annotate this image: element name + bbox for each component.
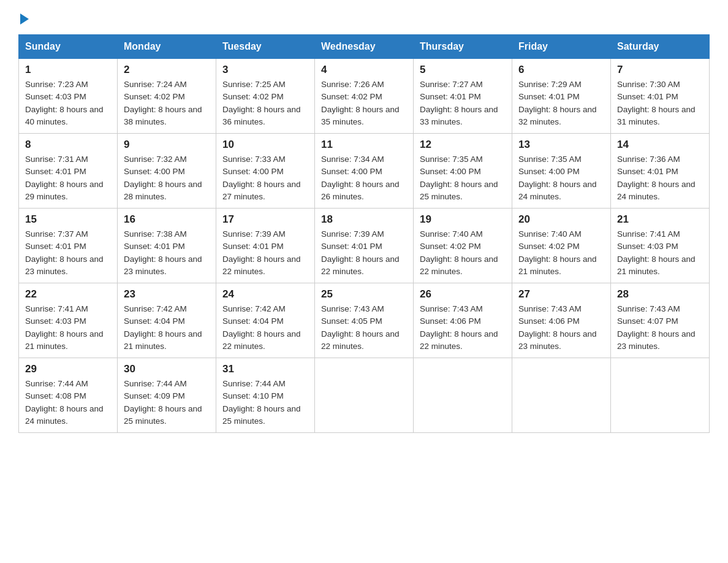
calendar-cell: 2Sunrise: 7:24 AMSunset: 4:02 PMDaylight… xyxy=(118,59,216,134)
day-header-wednesday: Wednesday xyxy=(315,35,414,59)
day-number: 21 xyxy=(617,213,703,226)
calendar-cell: 17Sunrise: 7:39 AMSunset: 4:01 PMDayligh… xyxy=(216,209,315,283)
day-number: 23 xyxy=(124,288,210,301)
day-number: 31 xyxy=(222,363,308,375)
day-number: 9 xyxy=(124,139,210,151)
calendar-cell: 7Sunrise: 7:30 AMSunset: 4:01 PMDaylight… xyxy=(611,59,710,134)
day-number: 2 xyxy=(124,64,210,76)
day-detail: Sunrise: 7:40 AMSunset: 4:02 PMDaylight:… xyxy=(518,229,597,276)
day-number: 6 xyxy=(518,64,604,76)
svg-marker-0 xyxy=(20,13,29,25)
day-number: 14 xyxy=(617,139,703,151)
calendar-cell: 12Sunrise: 7:35 AMSunset: 4:00 PMDayligh… xyxy=(414,134,512,209)
day-number: 20 xyxy=(518,213,604,226)
day-detail: Sunrise: 7:27 AMSunset: 4:01 PMDaylight:… xyxy=(420,80,498,126)
day-detail: Sunrise: 7:25 AMSunset: 4:02 PMDaylight:… xyxy=(222,80,301,126)
calendar-cell xyxy=(512,358,611,433)
calendar-cell: 14Sunrise: 7:36 AMSunset: 4:01 PMDayligh… xyxy=(611,134,710,209)
day-detail: Sunrise: 7:31 AMSunset: 4:01 PMDaylight:… xyxy=(25,155,104,201)
day-number: 15 xyxy=(25,213,111,226)
logo xyxy=(18,12,31,28)
calendar-cell: 16Sunrise: 7:38 AMSunset: 4:01 PMDayligh… xyxy=(118,209,216,283)
day-number: 7 xyxy=(617,64,703,76)
day-header-monday: Monday xyxy=(118,35,216,59)
calendar-cell: 5Sunrise: 7:27 AMSunset: 4:01 PMDaylight… xyxy=(414,59,512,134)
day-detail: Sunrise: 7:40 AMSunset: 4:02 PMDaylight:… xyxy=(420,229,498,276)
day-number: 29 xyxy=(25,363,111,375)
day-detail: Sunrise: 7:42 AMSunset: 4:04 PMDaylight:… xyxy=(124,304,202,351)
day-number: 8 xyxy=(25,139,111,151)
day-detail: Sunrise: 7:42 AMSunset: 4:04 PMDaylight:… xyxy=(222,304,301,351)
day-number: 22 xyxy=(25,288,111,301)
calendar-cell: 24Sunrise: 7:42 AMSunset: 4:04 PMDayligh… xyxy=(216,283,315,358)
day-number: 26 xyxy=(420,288,506,301)
day-detail: Sunrise: 7:41 AMSunset: 4:03 PMDaylight:… xyxy=(25,304,104,351)
day-number: 12 xyxy=(420,139,506,151)
calendar-cell: 1Sunrise: 7:23 AMSunset: 4:03 PMDaylight… xyxy=(19,59,118,134)
day-detail: Sunrise: 7:35 AMSunset: 4:00 PMDaylight:… xyxy=(420,155,498,201)
calendar-cell: 8Sunrise: 7:31 AMSunset: 4:01 PMDaylight… xyxy=(19,134,118,209)
day-number: 27 xyxy=(518,288,604,301)
day-detail: Sunrise: 7:41 AMSunset: 4:03 PMDaylight:… xyxy=(617,229,696,276)
day-header-tuesday: Tuesday xyxy=(216,35,315,59)
logo-arrow-icon xyxy=(20,12,31,28)
day-detail: Sunrise: 7:26 AMSunset: 4:02 PMDaylight:… xyxy=(321,80,400,126)
calendar-cell: 6Sunrise: 7:29 AMSunset: 4:01 PMDaylight… xyxy=(512,59,611,134)
day-header-saturday: Saturday xyxy=(611,35,710,59)
day-number: 25 xyxy=(321,288,407,301)
calendar-cell: 9Sunrise: 7:32 AMSunset: 4:00 PMDaylight… xyxy=(118,134,216,209)
day-number: 5 xyxy=(420,64,506,76)
calendar-week-2: 8Sunrise: 7:31 AMSunset: 4:01 PMDaylight… xyxy=(19,134,710,209)
calendar-week-5: 29Sunrise: 7:44 AMSunset: 4:08 PMDayligh… xyxy=(19,358,710,433)
day-detail: Sunrise: 7:43 AMSunset: 4:05 PMDaylight:… xyxy=(321,304,400,351)
day-detail: Sunrise: 7:37 AMSunset: 4:01 PMDaylight:… xyxy=(25,229,104,276)
day-number: 30 xyxy=(124,363,210,375)
page-header xyxy=(18,12,710,28)
day-detail: Sunrise: 7:36 AMSunset: 4:01 PMDaylight:… xyxy=(617,155,696,201)
calendar-cell xyxy=(611,358,710,433)
day-number: 17 xyxy=(222,213,308,226)
header-row: SundayMondayTuesdayWednesdayThursdayFrid… xyxy=(19,35,710,59)
calendar-cell xyxy=(315,358,414,433)
day-number: 1 xyxy=(25,64,111,76)
day-detail: Sunrise: 7:44 AMSunset: 4:10 PMDaylight:… xyxy=(222,379,301,426)
calendar-cell: 27Sunrise: 7:43 AMSunset: 4:06 PMDayligh… xyxy=(512,283,611,358)
day-header-sunday: Sunday xyxy=(19,35,118,59)
day-number: 28 xyxy=(617,288,703,301)
calendar-table: SundayMondayTuesdayWednesdayThursdayFrid… xyxy=(18,34,710,433)
day-detail: Sunrise: 7:39 AMSunset: 4:01 PMDaylight:… xyxy=(222,229,301,276)
calendar-cell: 13Sunrise: 7:35 AMSunset: 4:00 PMDayligh… xyxy=(512,134,611,209)
calendar-cell: 19Sunrise: 7:40 AMSunset: 4:02 PMDayligh… xyxy=(414,209,512,283)
calendar-cell: 4Sunrise: 7:26 AMSunset: 4:02 PMDaylight… xyxy=(315,59,414,134)
day-detail: Sunrise: 7:43 AMSunset: 4:06 PMDaylight:… xyxy=(420,304,498,351)
day-detail: Sunrise: 7:39 AMSunset: 4:01 PMDaylight:… xyxy=(321,229,400,276)
day-detail: Sunrise: 7:33 AMSunset: 4:00 PMDaylight:… xyxy=(222,155,301,201)
day-detail: Sunrise: 7:30 AMSunset: 4:01 PMDaylight:… xyxy=(617,80,696,126)
day-number: 10 xyxy=(222,139,308,151)
day-number: 13 xyxy=(518,139,604,151)
day-number: 24 xyxy=(222,288,308,301)
day-detail: Sunrise: 7:29 AMSunset: 4:01 PMDaylight:… xyxy=(518,80,597,126)
day-header-thursday: Thursday xyxy=(414,35,512,59)
calendar-cell: 10Sunrise: 7:33 AMSunset: 4:00 PMDayligh… xyxy=(216,134,315,209)
calendar-cell: 29Sunrise: 7:44 AMSunset: 4:08 PMDayligh… xyxy=(19,358,118,433)
calendar-cell: 23Sunrise: 7:42 AMSunset: 4:04 PMDayligh… xyxy=(118,283,216,358)
calendar-cell: 15Sunrise: 7:37 AMSunset: 4:01 PMDayligh… xyxy=(19,209,118,283)
calendar-cell: 22Sunrise: 7:41 AMSunset: 4:03 PMDayligh… xyxy=(19,283,118,358)
day-number: 18 xyxy=(321,213,407,226)
calendar-cell: 20Sunrise: 7:40 AMSunset: 4:02 PMDayligh… xyxy=(512,209,611,283)
calendar-cell: 21Sunrise: 7:41 AMSunset: 4:03 PMDayligh… xyxy=(611,209,710,283)
calendar-cell: 25Sunrise: 7:43 AMSunset: 4:05 PMDayligh… xyxy=(315,283,414,358)
day-number: 19 xyxy=(420,213,506,226)
day-number: 11 xyxy=(321,139,407,151)
day-number: 3 xyxy=(222,64,308,76)
calendar-cell: 11Sunrise: 7:34 AMSunset: 4:00 PMDayligh… xyxy=(315,134,414,209)
calendar-cell: 30Sunrise: 7:44 AMSunset: 4:09 PMDayligh… xyxy=(118,358,216,433)
calendar-cell: 3Sunrise: 7:25 AMSunset: 4:02 PMDaylight… xyxy=(216,59,315,134)
calendar-week-3: 15Sunrise: 7:37 AMSunset: 4:01 PMDayligh… xyxy=(19,209,710,283)
day-detail: Sunrise: 7:23 AMSunset: 4:03 PMDaylight:… xyxy=(25,80,104,126)
calendar-week-1: 1Sunrise: 7:23 AMSunset: 4:03 PMDaylight… xyxy=(19,59,710,134)
day-detail: Sunrise: 7:43 AMSunset: 4:07 PMDaylight:… xyxy=(617,304,696,351)
calendar-cell xyxy=(414,358,512,433)
day-number: 16 xyxy=(124,213,210,226)
